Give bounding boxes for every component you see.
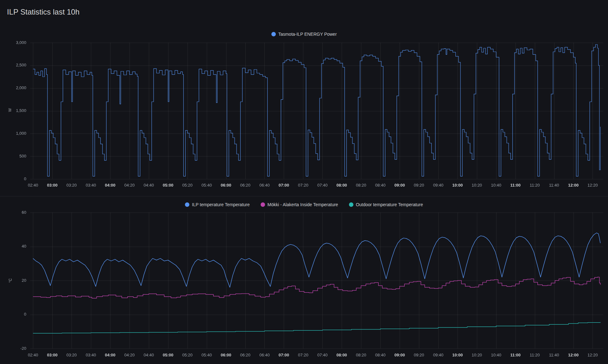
grafana-dashboard: ILP Statistics last 10h Tasmota-ILP ENER… <box>0 0 608 361</box>
legend-item-power-series[interactable]: Tasmota-ILP ENERGY Power <box>271 32 337 37</box>
y-axis-unit-watts: W <box>8 108 12 112</box>
legend-label-outdoor-temperature: Outdoor temperature Temperature <box>356 202 423 207</box>
temperature-legend: ILP temperature Temperature Mökki - Alak… <box>0 200 608 209</box>
temperature-chart-area: °C <box>0 209 608 361</box>
legend-label-power: Tasmota-ILP ENERGY Power <box>278 32 337 37</box>
legend-label-ilp-temperature: ILP temperature Temperature <box>192 202 250 207</box>
dashboard-title: ILP Statistics last 10h <box>0 0 608 16</box>
power-panel: Tasmota-ILP ENERGY Power W <box>0 30 608 190</box>
legend-item-inside-temperature[interactable]: Mökki - Alakerta Inside Temperature <box>261 202 338 207</box>
series-color-dot-ilp-temp-icon <box>185 202 189 207</box>
legend-item-outdoor-temperature[interactable]: Outdoor temperature Temperature <box>349 202 423 207</box>
temperature-panel: ILP temperature Temperature Mökki - Alak… <box>0 200 608 361</box>
series-color-dot-inside-temp-icon <box>261 202 265 207</box>
temperature-chart-canvas[interactable] <box>0 209 608 361</box>
legend-item-ilp-temperature[interactable]: ILP temperature Temperature <box>185 202 250 207</box>
legend-label-inside-temperature: Mökki - Alakerta Inside Temperature <box>268 202 338 207</box>
series-color-dot-outdoor-temp-icon <box>349 202 353 207</box>
series-color-dot-power-icon <box>271 32 276 36</box>
power-legend: Tasmota-ILP ENERGY Power <box>0 30 608 39</box>
power-chart-area: W <box>0 39 608 190</box>
power-chart-canvas[interactable] <box>0 39 608 190</box>
panel-divider <box>0 196 608 196</box>
y-axis-unit-celsius: °C <box>8 278 13 282</box>
